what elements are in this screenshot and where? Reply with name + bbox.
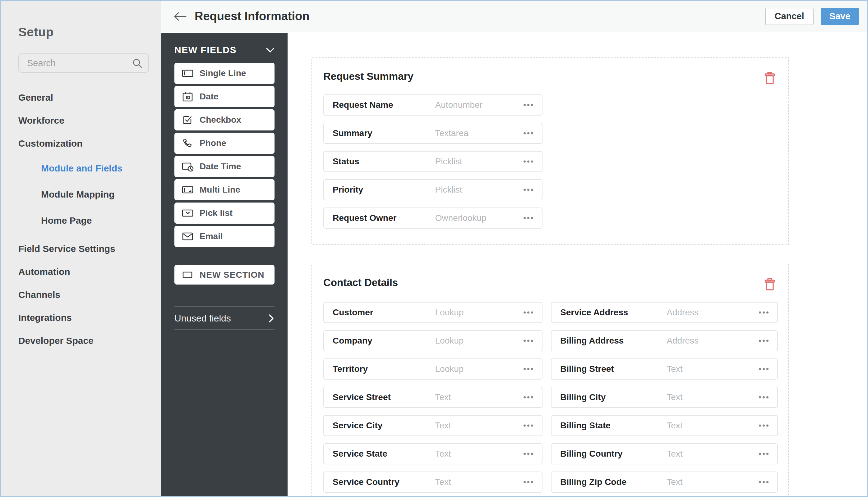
field-card[interactable]: Customer Lookup xyxy=(323,302,542,323)
sidebar-item-home-page[interactable]: Home Page xyxy=(41,215,151,226)
field-card[interactable]: Service Address Address xyxy=(551,302,778,323)
new-fields-header[interactable]: NEW FIELDS xyxy=(175,45,275,55)
field-button-email[interactable]: Email xyxy=(175,226,275,247)
sidebar-item-integrations[interactable]: Integrations xyxy=(18,312,151,323)
field-menu-dots[interactable] xyxy=(756,451,770,457)
field-card[interactable]: Service Street Text xyxy=(323,387,542,408)
field-card[interactable]: Billing Address Address xyxy=(551,330,778,351)
field-card[interactable]: Service Country Text xyxy=(323,471,542,493)
field-label: Priority xyxy=(333,185,363,195)
field-menu-dots[interactable] xyxy=(521,102,534,109)
date-time-icon xyxy=(181,161,194,172)
phone-icon xyxy=(181,138,194,148)
sidebar-title: Setup xyxy=(18,25,151,39)
chevron-right-icon xyxy=(268,314,274,323)
field-card[interactable]: Billing State Text xyxy=(551,415,778,436)
field-menu-dots[interactable] xyxy=(756,366,770,373)
back-button[interactable] xyxy=(173,11,187,22)
field-menu-dots[interactable] xyxy=(756,309,770,316)
field-menu-dots[interactable] xyxy=(521,337,534,344)
sidebar-item-module-and-fields[interactable]: Module and Fields xyxy=(41,163,151,174)
field-menu-dots[interactable] xyxy=(521,215,534,222)
field-menu-dots[interactable] xyxy=(521,309,534,316)
save-button[interactable]: Save xyxy=(821,8,859,25)
search-icon[interactable] xyxy=(132,58,143,70)
field-card[interactable]: Territory Lookup xyxy=(323,358,542,380)
sidebar-search xyxy=(18,54,149,73)
field-menu-dots[interactable] xyxy=(521,130,534,137)
section-title: Contact Details xyxy=(323,277,398,288)
field-menu-dots[interactable] xyxy=(521,394,534,401)
field-button-checkbox[interactable]: Checkbox xyxy=(175,109,275,130)
field-button-date[interactable]: Date xyxy=(175,86,275,107)
field-type-text: Text xyxy=(435,449,451,459)
field-menu-dots[interactable] xyxy=(521,366,534,373)
field-card[interactable]: Request Name Autonumber xyxy=(323,95,542,116)
field-label: Request Name xyxy=(333,100,393,110)
cancel-button[interactable]: Cancel xyxy=(765,8,814,25)
field-button-phone[interactable]: Phone xyxy=(175,133,275,154)
field-button-pick-list[interactable]: Pick list xyxy=(175,202,275,224)
field-label: Service Country xyxy=(333,477,399,487)
sidebar-item-field-service-settings[interactable]: Field Service Settings xyxy=(18,243,151,254)
field-label: Billing City xyxy=(560,392,606,402)
field-card[interactable]: Service City Text xyxy=(323,415,542,436)
field-button-multi-line[interactable]: Multi Line xyxy=(175,179,275,200)
field-label: Status xyxy=(333,157,359,167)
sidebar-item-customization[interactable]: Customization xyxy=(18,138,151,149)
field-menu-dots[interactable] xyxy=(756,394,770,401)
chevron-down-icon[interactable] xyxy=(266,47,275,53)
field-card[interactable]: Billing Country Text xyxy=(551,443,778,464)
section-icon xyxy=(181,270,194,280)
field-card[interactable]: Billing Street Text xyxy=(551,358,778,380)
field-card[interactable]: Status Picklist xyxy=(323,151,542,172)
delete-section-button[interactable] xyxy=(764,278,775,292)
field-menu-dots[interactable] xyxy=(521,186,534,194)
unused-fields-button[interactable]: Unused fields xyxy=(175,307,275,329)
sidebar-nav: General Workforce Customization Module a… xyxy=(18,92,151,346)
field-menu-dots[interactable] xyxy=(521,451,534,457)
field-button-single-line[interactable]: Single Line xyxy=(175,63,275,84)
field-card[interactable]: Summary Textarea xyxy=(323,123,542,144)
field-type-text: Text xyxy=(666,421,683,430)
page-header: Request Information Cancel Save xyxy=(161,1,867,32)
field-label: Service Address xyxy=(560,308,628,317)
new-section-button[interactable]: NEW SECTION xyxy=(175,265,275,285)
field-label: Territory xyxy=(333,364,368,374)
panel-divider xyxy=(175,329,275,330)
field-menu-dots[interactable] xyxy=(756,422,770,429)
field-type-text: Lookup xyxy=(435,364,464,374)
pick-list-icon xyxy=(181,208,194,218)
field-menu-dots[interactable] xyxy=(521,479,534,486)
field-label: Billing State xyxy=(560,421,610,430)
page-title: Request Information xyxy=(195,10,309,23)
field-label: Request Owner xyxy=(333,213,396,223)
search-input[interactable] xyxy=(18,54,149,73)
sidebar-item-workforce[interactable]: Workforce xyxy=(18,115,151,126)
field-button-date-time[interactable]: Date Time xyxy=(175,156,275,177)
field-type-text: Text xyxy=(435,421,451,430)
field-type-buttons: Single Line Date Checkbox xyxy=(175,63,275,285)
field-menu-dots[interactable] xyxy=(521,158,534,165)
sidebar-item-general[interactable]: General xyxy=(18,92,151,103)
email-icon xyxy=(181,231,194,242)
field-type-text: Text xyxy=(666,477,683,487)
field-menu-dots[interactable] xyxy=(756,479,770,486)
field-card[interactable]: Billing Zip Code Text xyxy=(551,471,778,493)
field-label: Billing Country xyxy=(560,449,623,459)
field-menu-dots[interactable] xyxy=(756,337,770,344)
field-card[interactable]: Priority Picklist xyxy=(323,179,542,200)
delete-section-button[interactable] xyxy=(764,72,775,86)
new-fields-panel: NEW FIELDS Single Line Date xyxy=(161,33,288,496)
field-card[interactable]: Request Owner Ownerlookup xyxy=(323,208,542,229)
sidebar-item-developer-space[interactable]: Developer Space xyxy=(18,335,151,346)
sidebar-item-automation[interactable]: Automation xyxy=(18,266,151,278)
single-line-icon xyxy=(181,68,194,79)
field-card[interactable]: Billing City Text xyxy=(551,387,778,408)
field-card[interactable]: Company Lookup xyxy=(323,330,542,351)
field-menu-dots[interactable] xyxy=(521,422,534,429)
sidebar-item-channels[interactable]: Channels xyxy=(18,289,151,300)
field-card[interactable]: Service State Text xyxy=(323,443,542,464)
checkbox-icon xyxy=(181,115,194,125)
sidebar-item-module-mapping[interactable]: Module Mapping xyxy=(41,189,151,200)
